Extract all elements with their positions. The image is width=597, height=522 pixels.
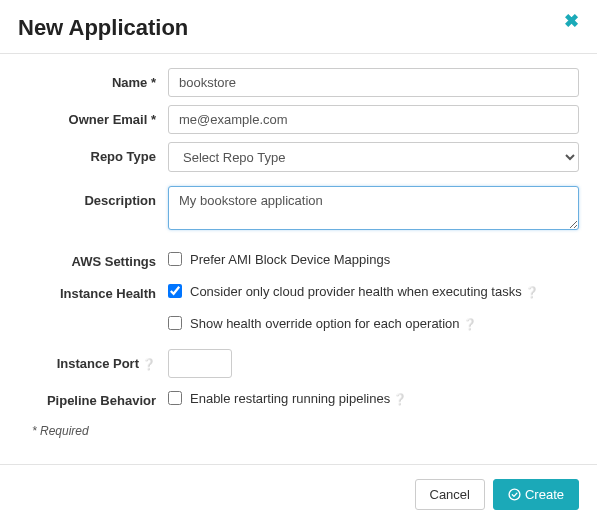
repo-type-label: Repo Type <box>18 142 168 164</box>
instance-port-label: Instance Port❔ <box>18 349 168 371</box>
help-icon[interactable]: ❔ <box>393 393 407 405</box>
aws-settings-label: AWS Settings <box>18 247 168 269</box>
close-icon[interactable]: ✖ <box>564 12 579 30</box>
help-icon[interactable]: ❔ <box>525 286 539 298</box>
consider-cloud-label: Consider only cloud provider health when… <box>190 284 539 299</box>
help-icon[interactable]: ❔ <box>463 318 477 330</box>
name-input[interactable] <box>168 68 579 97</box>
svg-point-0 <box>509 489 520 500</box>
repo-type-select[interactable]: Select Repo Type <box>168 142 579 172</box>
show-override-label: Show health override option for each ope… <box>190 316 477 331</box>
owner-email-input[interactable] <box>168 105 579 134</box>
prefer-ami-checkbox[interactable] <box>168 252 182 266</box>
modal-title: New Application <box>18 15 188 41</box>
name-label: Name * <box>18 68 168 90</box>
help-icon[interactable]: ❔ <box>142 358 156 370</box>
pipeline-behavior-label: Pipeline Behavior <box>18 386 168 408</box>
instance-port-input[interactable] <box>168 349 232 378</box>
instance-health-label: Instance Health <box>18 279 168 301</box>
show-override-checkbox[interactable] <box>168 316 182 330</box>
enable-restart-label: Enable restarting running pipelines❔ <box>190 391 407 406</box>
check-circle-icon <box>508 488 521 501</box>
owner-email-label: Owner Email * <box>18 105 168 127</box>
cancel-button[interactable]: Cancel <box>415 479 485 510</box>
description-textarea[interactable]: My bookstore application <box>168 186 579 230</box>
description-label: Description <box>18 186 168 208</box>
prefer-ami-label: Prefer AMI Block Device Mappings <box>190 252 390 267</box>
enable-restart-checkbox[interactable] <box>168 391 182 405</box>
create-button[interactable]: Create <box>493 479 579 510</box>
consider-cloud-checkbox[interactable] <box>168 284 182 298</box>
required-note: * Required <box>18 418 579 438</box>
